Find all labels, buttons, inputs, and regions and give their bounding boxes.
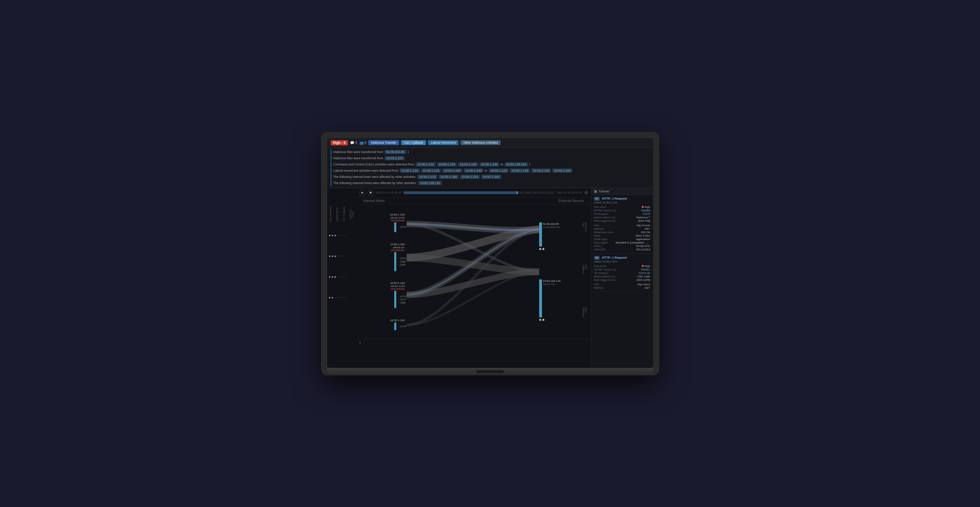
chat-icon: 💬 (350, 141, 354, 145)
ip-tag: 10.50.1.133 (460, 175, 480, 179)
alert-row-1: Malicious files were transferred from 54… (331, 149, 650, 155)
host-dots-1 (329, 235, 346, 236)
host-ip-4: 10.50.1.143 (358, 319, 407, 322)
right-markers: Malicious Tran. C&C Callback Other Malic… (581, 204, 589, 339)
host-bar-3 (394, 291, 396, 308)
alert-text-1: Malicious files were transferred from (334, 150, 383, 154)
ip-tag: 10.50.1.160 (464, 169, 484, 173)
transaction-card-59[interactable]: 59 HTTP: 1 Request Client: 10.50.1.123 R… (591, 254, 653, 292)
ip-tag: 10.50.1.123 (385, 156, 404, 160)
right-panel: ▦ Transac 57 HTTP: 1 Request Client: 10.… (591, 188, 653, 368)
label-malicious-transfer: Malicious Trans. (349, 206, 354, 223)
alert-row-4: Lateral movement activities were detecte… (331, 168, 650, 173)
host-block-2: 10.50.1.160 win2k-srv administrator →HTT… (358, 243, 407, 271)
ip-tag: 10.50.1.160 (552, 169, 572, 173)
host-name-1: win10-1133 (358, 216, 407, 219)
filter-other-malicious[interactable]: Other Malicious Activities (460, 140, 501, 145)
host-user-1: administrator (358, 219, 407, 222)
ip-tag: 23.82.128.116 (418, 181, 442, 185)
ip-tag: 10.50.1.143 (442, 169, 462, 173)
label-cnc: C&C Callback (343, 206, 345, 223)
info-icon: ℹ (529, 163, 530, 166)
chat-count: 💬 6 (350, 141, 357, 145)
host-ip-2: 10.50.1.160 (358, 243, 407, 246)
ext-server-1: 54.38.220.85 covermillsd.com (539, 222, 560, 250)
alert-row-5: The following internal hosts were affect… (331, 174, 650, 180)
play-button[interactable]: ▶ (360, 190, 366, 196)
alert-text-3: Command and Control (C&C) activities wer… (334, 163, 415, 166)
tx-client-59: Client: 10.50.1.123 (594, 260, 650, 263)
ext-domain-2: secost.com (543, 283, 561, 285)
right-panel-header: ▦ Transac (591, 188, 653, 195)
host-name-2: win2k-srv (358, 246, 407, 249)
host-block-1: 10.50.1.133 win10-1133 administrator → H… (358, 213, 407, 232)
ip-tag: 10.50.1.143 (531, 169, 551, 173)
filter-icon[interactable]: ⚙ (584, 190, 588, 195)
table-icon: ▦ (594, 190, 597, 193)
host-bar-2 (394, 252, 396, 271)
ip-tag: 10.50.1.123 (417, 175, 438, 179)
ip-tag: 10.50.1.123 (489, 169, 509, 173)
ip-tag: 10.50.1.123 (415, 162, 436, 166)
alert-text-4: Lateral movement activities were detecte… (334, 169, 399, 172)
host-bar-1 (394, 222, 396, 232)
info-icon: ℹ (408, 150, 409, 154)
ip-tag: 54.38.220.85 (385, 150, 406, 154)
alert-text-6: The following external hosts were affect… (334, 181, 417, 185)
ext-ip-2: 23.82.128.116 (543, 279, 561, 282)
timeline-start: 2021-12-10 22:19:49 (376, 191, 401, 194)
ext-ip-1: 54.38.220.85 (543, 222, 560, 226)
bottom-bar: ℹ (356, 339, 591, 346)
flow-svg-area (407, 204, 539, 339)
tx-num-badge-57: 57 (594, 197, 600, 201)
users-icon: 👥 (360, 141, 363, 145)
external-servers-label: External Servers (558, 199, 584, 203)
ip-tag: 10.50.1.133 (437, 162, 457, 166)
tx-num-badge-59: 59 (594, 256, 600, 260)
info-button[interactable]: ℹ (360, 341, 361, 345)
label-other-malicious: Other Malicious (329, 206, 332, 223)
internal-hosts-column: 10.50.1.133 win10-1133 administrator → H… (358, 204, 407, 339)
host-name-3: win10-1123 (358, 285, 407, 288)
alert-text-2: Malicious files were transferred from (334, 156, 383, 160)
ext-bar-1 (539, 222, 542, 247)
ip-tag: 10.50.1.133 (510, 169, 530, 173)
ip-tag: 10.50.1.143 (458, 162, 478, 166)
filter-lateral-movement[interactable]: Lateral Movement (428, 140, 458, 145)
severity-badge: High - 9 (331, 140, 348, 145)
ext-domain-1: covermillsd.com (543, 226, 560, 228)
tx-header-57: 57 HTTP: 1 Request (594, 197, 650, 200)
host-bar-4 (394, 322, 396, 330)
tx-client-57: Client: 10.50.1.123 (594, 201, 650, 204)
panel-title: Transac (598, 190, 609, 193)
internal-hosts-label: Internal Hosts (363, 199, 385, 203)
host-dots-4 (329, 297, 346, 298)
transaction-card-57[interactable]: 57 HTTP: 1 Request Client: 10.50.1.123 R… (591, 195, 653, 254)
timeline-end: 2021-12-10 23:05:16 (557, 191, 582, 194)
timeline-bar: ▶ ⏹ 2021-12-10 22:19:49 (356, 188, 591, 198)
flow-svg (407, 204, 539, 339)
alert-row-6: The following external hosts were affect… (331, 180, 650, 186)
filter-malicious-transfer[interactable]: Malicious Transfer (368, 140, 399, 145)
alert-row-3: Command and Control (C&C) activities wer… (331, 162, 650, 167)
tx-header-59: 59 HTTP: 1 Request (594, 256, 650, 259)
host-dots-3 (329, 276, 346, 278)
left-timeline-panel: Other Malicious Lateral Move. C&C Callba… (327, 188, 356, 368)
laptop-notch (476, 370, 504, 373)
ip-tag: 10.50.1.160 (439, 175, 459, 179)
ip-tag: 10.50.1.133 (421, 169, 441, 173)
flow-diagram: 10.50.1.133 win10-1133 administrator → H… (356, 204, 591, 339)
host-block-3: 10.50.1.123 win10-1123 administrator →HT… (358, 281, 407, 308)
external-servers-column: 54.38.220.85 covermillsd.com (539, 204, 581, 339)
alert-area: Malicious files were transferred from 54… (327, 148, 653, 188)
ip-tag: 10.50.1.160 (479, 162, 500, 166)
ip-tag: 23.82.128.116 (505, 162, 528, 166)
users-count: 👥 8 (360, 141, 367, 145)
host-user-2: administrator (358, 249, 407, 252)
alert-text-5: The following internal hosts were affect… (334, 175, 416, 179)
timeline-track[interactable] (404, 191, 554, 194)
stop-button[interactable]: ⏹ (368, 190, 374, 196)
host-block-4: 10.50.1.143 →HTTP (358, 319, 407, 330)
col-labels: Internal Hosts External Servers (356, 198, 591, 204)
filter-cnc-callback[interactable]: C&C Callback (401, 140, 426, 145)
